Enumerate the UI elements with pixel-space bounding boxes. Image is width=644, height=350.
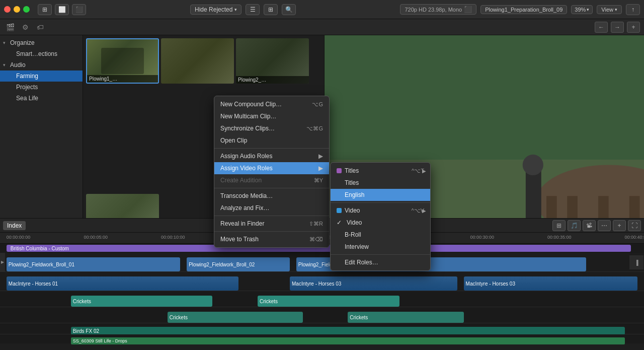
ctx-reveal[interactable]: Reveal in Finder ⇧⌘R [214, 218, 329, 230]
end-marker-icon: ▐ [634, 260, 638, 265]
sidebar-item-farming[interactable]: Farming [0, 71, 83, 82]
ctx-analyze[interactable]: Analyze and Fix… [214, 202, 329, 214]
undo-icon[interactable]: ← [595, 22, 608, 33]
redo-icon[interactable]: → [611, 22, 624, 33]
clip-thumbnail[interactable]: Plowing1_… [86, 38, 159, 84]
submenu-label: Titles [345, 179, 359, 186]
zoom-display[interactable]: 39% ▾ [571, 5, 593, 14]
color-dot-icon [337, 208, 342, 213]
cricket-clip[interactable]: Crickets [348, 310, 463, 321]
submenu-edit-roles[interactable]: Edit Roles… [331, 256, 430, 268]
ctx-sync-clips[interactable]: Synchronize Clips… ⌥⌘G [214, 122, 329, 134]
sidebar-smart-label: Smart…ections [16, 50, 57, 57]
hide-rejected-button[interactable]: Hide Rejected ▾ [190, 5, 242, 15]
submenu-titles-header[interactable]: Titles ^⌥T ▶ [331, 165, 430, 177]
ctx-separator [214, 216, 329, 216]
cricket-clip[interactable]: Crickets [258, 294, 399, 305]
ruler-mark: 00:00:05:00 [84, 235, 108, 240]
track-area: British Columbia - Custom ▶ Plowing2_Fie… [0, 244, 644, 343]
svg-rect-0 [325, 35, 644, 160]
fullscreen-icon[interactable]: ⛶ [628, 220, 641, 231]
ctx-new-compound[interactable]: New Compound Clip… ⌥G [214, 98, 329, 110]
submenu-separator [331, 254, 430, 255]
ruler-mark: 00:00:10:00 [161, 235, 185, 240]
video-track-1: ▶ Plowing2_Fieldwork_Broll_01 Plowing2_F… [0, 253, 644, 272]
ctx-move-trash[interactable]: Move to Trash ⌘⌫ [214, 233, 329, 245]
tags-icon[interactable]: 🏷 [34, 21, 46, 33]
top-bar-icons: ⊞ ⬜ ⬛ [38, 4, 86, 15]
track-controls: ▶ [0, 253, 5, 271]
ctx-shortcut: ⌘⌫ [309, 236, 323, 243]
video-roles-submenu: Titles ^⌥T ▶ Titles English [330, 162, 431, 271]
track-icon: ▶ [1, 260, 4, 264]
ctx-transcode[interactable]: Transcode Media… [214, 190, 329, 202]
track-end-marker: ▐ [629, 255, 643, 269]
submenu-label: English [345, 191, 364, 198]
share-icon[interactable]: ↑ [626, 4, 640, 15]
cricket-clip[interactable]: Crickets [71, 294, 213, 305]
video-icon[interactable]: 📽 [583, 220, 596, 231]
settings-icon[interactable]: ⚙ [19, 21, 31, 33]
birds-fx-clip[interactable]: Birds FX 02 [71, 325, 625, 333]
ctx-create-audition[interactable]: Create Audition ⌘Y [214, 174, 329, 186]
minimize-button[interactable] [14, 6, 20, 13]
submenu-label: Video [345, 207, 360, 214]
audio-icon[interactable]: 🎵 [568, 220, 581, 231]
sidebar-item-projects[interactable]: Projects [0, 82, 83, 93]
filmstrip-icon[interactable]: 🎬 [4, 21, 16, 33]
color-dot-icon [337, 192, 342, 197]
color-dot-icon [337, 260, 342, 265]
submenu-titles-sub[interactable]: Titles [331, 177, 430, 189]
grid-view-icon[interactable]: ⊞ [264, 4, 278, 15]
audio-clip[interactable]: MacIntyre - Horses 01 [7, 274, 238, 289]
list-view-icon[interactable]: ☰ [246, 4, 260, 15]
view-button[interactable]: View ▾ [597, 5, 622, 14]
index-tab-label: Index [7, 222, 22, 229]
inspector-icon[interactable]: ⬛ [72, 4, 86, 15]
sidebar-item-audio[interactable]: ▾ Audio [0, 59, 83, 71]
submenu-expand-icon: ▶ [422, 208, 426, 214]
submenu-video-header[interactable]: Video ^⌥V ▶ [331, 204, 430, 217]
clip-thumbnail[interactable] [161, 38, 234, 84]
filename-display: Plowing1_Preparation_Broll_09 [480, 5, 567, 14]
crickets-track-1: Crickets Crickets [0, 291, 644, 307]
audio-clip[interactable]: MacIntyre - Horses 03 [290, 274, 457, 289]
sidebar-item-smart-collections[interactable]: Smart…ections [0, 48, 83, 59]
sidebar-item-organize[interactable]: ▾ Organize [0, 37, 83, 48]
ctx-shortcut: ⌘Y [314, 177, 323, 184]
cricket-clip[interactable]: Crickets [168, 310, 303, 321]
color-dot-icon [337, 232, 342, 237]
maximize-button[interactable] [23, 6, 30, 13]
trim-icon[interactable]: ⊞ [552, 220, 566, 231]
submenu-broll[interactable]: B-Roll [331, 229, 430, 241]
submenu-video-sub[interactable]: ✓ Video [331, 217, 430, 229]
video-clip[interactable]: Plowing2_Fieldwork_Broll_02 [187, 255, 290, 269]
view-label: View [601, 7, 613, 13]
ctx-open-clip[interactable]: Open Clip [214, 134, 329, 147]
audio-clip[interactable]: MacIntyre - Horses 03 [464, 274, 638, 289]
ctx-assign-audio[interactable]: Assign Audio Roles ▶ [214, 150, 329, 162]
ctx-assign-video[interactable]: Assign Video Roles ▶ Titles ^⌥T ▶ Titles [214, 162, 329, 174]
close-button[interactable] [4, 6, 11, 13]
index-tab[interactable]: Index [3, 221, 26, 230]
ctx-separator [214, 148, 329, 149]
external-monitor-icon[interactable]: ⬛ [464, 6, 472, 13]
video-clip[interactable]: Plowing2_Fieldwork_Broll_01 [7, 255, 181, 269]
search-icon[interactable]: 🔍 [282, 4, 296, 15]
library-icon[interactable]: ⊞ [38, 4, 52, 15]
sidebar-item-sealife[interactable]: Sea Life [0, 93, 83, 104]
add-icon[interactable]: + [627, 22, 640, 33]
ss-drops-clip[interactable]: SS_60309 Still Life - Drops [71, 335, 625, 342]
ctx-new-multicam[interactable]: New Multicam Clip… [214, 110, 329, 122]
sidebar-sealife-label: Sea Life [16, 95, 38, 102]
top-bar: ⊞ ⬜ ⬛ Hide Rejected ▾ ☰ ⊞ 🔍 720p HD 23.9… [0, 0, 644, 19]
submenu-interview[interactable]: Interview [331, 241, 430, 253]
clip-thumbnail[interactable]: Plowing2_… [236, 38, 309, 84]
zoom-in-icon[interactable]: + [613, 220, 626, 231]
ruler-mark: 00:00:40:00 [625, 235, 644, 240]
options-icon[interactable]: ⋯ [598, 220, 611, 231]
index-icons: ⊞ 🎵 📽 ⋯ + ⛶ [552, 220, 641, 231]
browser-icon[interactable]: ⬜ [55, 4, 69, 15]
ctx-label: New Multicam Clip… [220, 113, 276, 120]
submenu-english[interactable]: English [331, 189, 430, 201]
